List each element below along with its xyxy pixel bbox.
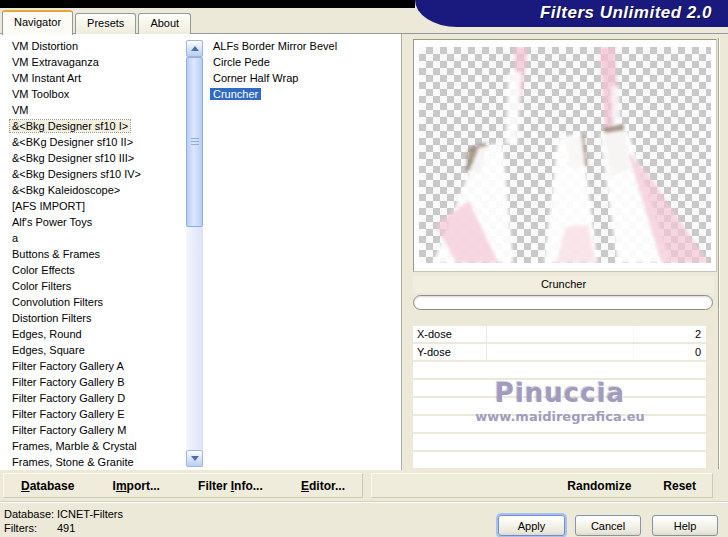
slider-row[interactable]: Y-dose 0: [413, 344, 706, 360]
category-list-item[interactable]: Edges, Square: [2, 342, 185, 358]
category-label: Color Filters: [10, 280, 73, 292]
database-button[interactable]: Database: [21, 479, 74, 493]
app-title: Filters Unlimited 2.0: [540, 3, 712, 22]
category-list-item[interactable]: &<Bkg Kaleidoscope>: [2, 182, 185, 198]
category-label: Filter Factory Gallery E: [10, 408, 126, 420]
slider-value: 2: [695, 326, 701, 342]
scroll-up-button[interactable]: [186, 40, 203, 57]
tab-navigator[interactable]: Navigator: [2, 10, 73, 35]
label-accel: m: [116, 479, 127, 493]
category-list-item[interactable]: &<Bkg Designer sf10 I>: [2, 118, 185, 134]
cancel-button[interactable]: Cancel: [575, 515, 641, 536]
category-label: Filter Factory Gallery A: [10, 360, 126, 372]
category-list-item[interactable]: Filter Factory Gallery A: [2, 358, 185, 374]
category-list-item[interactable]: Convolution Filters: [2, 294, 185, 310]
category-list-item[interactable]: VM: [2, 102, 185, 118]
filters-status-line: Filters:491: [4, 521, 123, 535]
category-list-item[interactable]: Alf's Power Toys: [2, 214, 185, 230]
category-label: Filter Factory Gallery D: [10, 392, 127, 404]
empty-slider-slot: [413, 434, 706, 450]
apply-button[interactable]: Apply: [498, 515, 565, 536]
filters-value: 491: [57, 522, 75, 534]
category-list-item[interactable]: Distortion Filters: [2, 310, 185, 326]
randomize-button[interactable]: Randomize: [567, 479, 631, 493]
filter-list[interactable]: ALFs Border Mirror Bevel Circle Pede Cor…: [210, 38, 398, 470]
tab-presets[interactable]: Presets: [75, 13, 136, 34]
category-label: Filter Factory Gallery M: [10, 424, 128, 436]
category-label: Frames, Marble & Crystal: [10, 440, 139, 452]
category-list-item[interactable]: &<Bkg Designer sf10 III>: [2, 150, 185, 166]
help-button[interactable]: Help: [652, 515, 718, 536]
category-list-item[interactable]: Color Effects: [2, 262, 185, 278]
filters-label: Filters:: [4, 521, 57, 535]
bottom-toolbar: Database Import... Filter Info... Editor…: [0, 470, 728, 501]
category-list-item[interactable]: Filter Factory Gallery E: [2, 406, 185, 422]
thumb-grip-icon: [191, 138, 199, 146]
category-list-item[interactable]: Buttons & Frames: [2, 246, 185, 262]
category-list[interactable]: VM Distortion VM Extravaganza VM Instant…: [2, 38, 185, 470]
filter-list-item[interactable]: Cruncher: [210, 86, 398, 102]
filter-label: Corner Half Wrap: [210, 72, 301, 84]
empty-slider-slot: [413, 362, 706, 378]
reset-button[interactable]: Reset: [663, 479, 696, 493]
label-part: Filter: [198, 479, 231, 493]
category-label: VM: [10, 104, 31, 116]
category-scrollbar[interactable]: [186, 40, 203, 467]
filter-label: ALFs Border Mirror Bevel: [210, 40, 340, 52]
slider-row[interactable]: X-dose 2: [413, 326, 706, 342]
category-list-item[interactable]: Filter Factory Gallery D: [2, 390, 185, 406]
filters-unlimited-dialog: Filters Unlimited 2.0 Navigator Presets …: [0, 0, 728, 537]
category-label: &<Bkg Kaleidoscope>: [10, 184, 122, 196]
down-arrow-icon: [191, 456, 199, 461]
slider-value: 0: [695, 344, 701, 360]
status-bar: Database:ICNET-Filters Filters:491 Apply…: [0, 501, 728, 537]
label-accel: D: [21, 479, 30, 493]
category-list-item[interactable]: &<BKg Designer sf10 II>: [2, 134, 185, 150]
slider-label: X-dose: [417, 326, 452, 342]
category-label: Convolution Filters: [10, 296, 105, 308]
category-list-item[interactable]: Edges, Round: [2, 326, 185, 342]
category-list-item[interactable]: Frames, Stone & Granite: [2, 454, 185, 470]
scrollbar-thumb[interactable]: [186, 57, 203, 227]
progress-bar: [413, 295, 713, 310]
category-label: a: [10, 232, 20, 244]
category-label: &<BKg Designer sf10 II>: [10, 136, 135, 148]
empty-slider-slots: [413, 362, 706, 470]
filter-name-text: Cruncher: [541, 278, 586, 290]
editor-button[interactable]: Editor...: [301, 479, 345, 493]
status-lines: Database:ICNET-Filters Filters:491: [4, 507, 123, 535]
app-title-banner: Filters Unlimited 2.0: [415, 0, 728, 27]
category-list-item[interactable]: VM Toolbox: [2, 86, 185, 102]
category-label: Distortion Filters: [10, 312, 93, 324]
category-list-item[interactable]: Frames, Marble & Crystal: [2, 438, 185, 454]
tab-about[interactable]: About: [138, 13, 191, 34]
category-list-item[interactable]: Filter Factory Gallery M: [2, 422, 185, 438]
category-list-item[interactable]: Color Filters: [2, 278, 185, 294]
tab-label: Navigator: [14, 16, 61, 28]
category-list-item[interactable]: Filter Factory Gallery B: [2, 374, 185, 390]
tab-label: About: [150, 17, 179, 29]
category-list-item[interactable]: [AFS IMPORT]: [2, 198, 185, 214]
filter-list-item[interactable]: ALFs Border Mirror Bevel: [210, 38, 398, 54]
import-button[interactable]: Import...: [113, 479, 160, 493]
database-value: ICNET-Filters: [57, 508, 123, 520]
category-list-item[interactable]: VM Extravaganza: [2, 54, 185, 70]
selected-filter-name: Cruncher: [413, 276, 714, 293]
filter-list-item[interactable]: Corner Half Wrap: [210, 70, 398, 86]
scroll-down-button[interactable]: [186, 450, 203, 467]
empty-slider-slot: [413, 416, 706, 432]
slider-label: Y-dose: [417, 344, 451, 360]
category-label: &<Bkg Designer sf10 I>: [10, 120, 130, 132]
category-list-item[interactable]: VM Distortion: [2, 38, 185, 54]
category-label: Filter Factory Gallery B: [10, 376, 126, 388]
label-part: port...: [127, 479, 160, 493]
category-label: VM Extravaganza: [10, 56, 101, 68]
filter-list-item[interactable]: Circle Pede: [210, 54, 398, 70]
category-list-item[interactable]: &<Bkg Designers sf10 IV>: [2, 166, 185, 182]
category-list-item[interactable]: VM Instant Art: [2, 70, 185, 86]
category-list-item[interactable]: a: [2, 230, 185, 246]
toolbar-right-strip: Randomize Reset: [371, 473, 713, 498]
filter-info-button[interactable]: Filter Info...: [198, 479, 263, 493]
preview-panel: Cruncher X-dose 2 Y-dose 0: [401, 34, 728, 471]
empty-slider-slot: [413, 398, 706, 414]
